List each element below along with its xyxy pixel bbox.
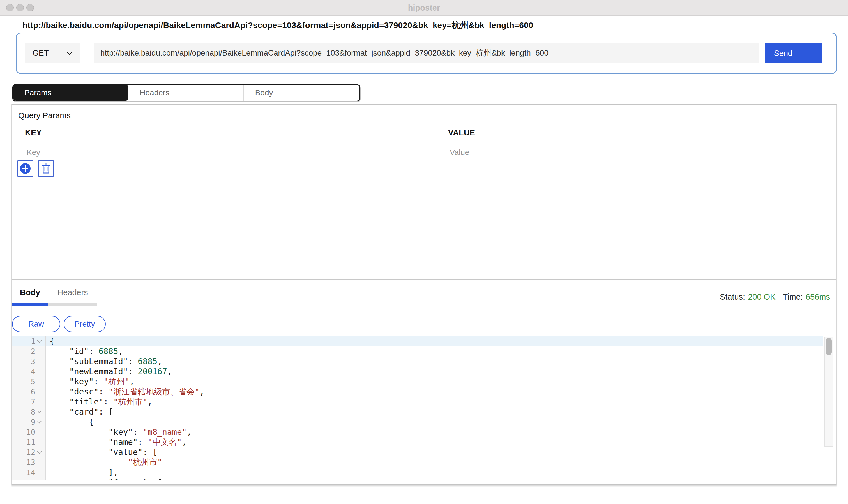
line-gutter: 14 <box>12 467 46 478</box>
fold-toggle[interactable] <box>37 409 42 414</box>
line-number: 1 <box>31 337 35 346</box>
key-column-header: KEY <box>16 123 439 143</box>
line-gutter: 12 <box>12 447 46 457</box>
code-lines: 1{2 "id": 6885,3 "subLemmaId": 6885,4 "n… <box>12 336 823 480</box>
code-text: "title": "杭州市", <box>46 397 823 407</box>
line-number: 13 <box>26 458 35 467</box>
code-line: 13 "杭州市" <box>12 457 823 467</box>
response-pane: BodyHeaders Status:200 OKTime:656ms RawP… <box>12 280 836 484</box>
line-number: 9 <box>31 418 35 426</box>
code-line: 11 "name": "中文名", <box>12 437 823 447</box>
line-number: 10 <box>26 428 35 436</box>
query-params-input-row <box>16 143 832 162</box>
code-text: { <box>46 336 823 346</box>
fold-slot-empty <box>37 359 42 364</box>
code-line: 3 "subLemmaId": 6885, <box>12 356 823 366</box>
request-tab-params[interactable]: Params <box>13 85 128 101</box>
line-gutter: 3 <box>12 356 46 366</box>
code-line: 14 ], <box>12 467 823 478</box>
code-text: "newLemmaId": 200167, <box>46 366 823 376</box>
line-gutter: 8 <box>12 407 46 417</box>
trash-icon <box>41 163 51 174</box>
line-number: 6 <box>31 388 35 396</box>
line-number: 12 <box>26 448 35 457</box>
fold-slot-empty <box>37 480 42 480</box>
line-number: 15 <box>26 478 35 481</box>
line-number: 5 <box>31 377 35 386</box>
fold-toggle[interactable] <box>37 450 42 455</box>
method-select[interactable]: GET <box>25 43 80 63</box>
line-number: 2 <box>31 347 35 356</box>
line-gutter: 9 <box>12 417 46 427</box>
code-text: "name": "中文名", <box>46 437 823 447</box>
code-text: "format": [ <box>46 478 823 480</box>
delete-param-button[interactable] <box>38 160 54 177</box>
code-text: "card": [ <box>46 407 823 417</box>
line-gutter: 11 <box>12 437 46 447</box>
line-number: 4 <box>31 367 35 376</box>
raw-view-button[interactable]: Raw <box>12 316 60 332</box>
param-value-input[interactable] <box>439 143 832 162</box>
line-number: 7 <box>31 397 35 406</box>
fold-toggle[interactable] <box>37 339 42 344</box>
code-text: "杭州市" <box>46 457 823 467</box>
response-tabs: BodyHeaders <box>12 288 97 306</box>
line-gutter: 15 <box>12 478 46 480</box>
window-title: hiposter <box>0 0 848 16</box>
request-tab-body[interactable]: Body <box>244 85 359 101</box>
app-window: hiposter http://baike.baidu.com/api/open… <box>0 0 848 504</box>
value-column-header: VALUE <box>439 123 832 143</box>
request-tab-headers[interactable]: Headers <box>128 85 244 101</box>
line-number: 14 <box>26 468 35 477</box>
chevron-down-icon <box>37 409 41 413</box>
method-value: GET <box>33 49 49 57</box>
status-value: 200 OK <box>748 292 775 301</box>
code-line: 2 "id": 6885, <box>12 346 823 356</box>
code-line: 1{ <box>12 336 823 346</box>
line-gutter: 1 <box>12 336 46 346</box>
line-number: 8 <box>31 408 35 416</box>
url-input[interactable] <box>94 43 759 63</box>
code-line: 9 { <box>12 417 823 427</box>
code-text: ], <box>46 467 823 478</box>
code-line: 15 "format": [ <box>12 478 823 480</box>
code-line: 4 "newLemmaId": 200167, <box>12 366 823 376</box>
code-text: "id": 6885, <box>46 346 823 356</box>
query-params-title: Query Params <box>18 111 71 120</box>
code-line: 6 "desc": "浙江省辖地级市、省会", <box>12 386 823 397</box>
chevron-down-icon <box>37 419 41 423</box>
time-label: Time: <box>783 292 803 301</box>
line-gutter: 2 <box>12 346 46 356</box>
time-value: 656ms <box>806 292 830 301</box>
editor-scrollbar[interactable] <box>825 337 833 447</box>
window-titlebar: hiposter <box>0 0 848 16</box>
fold-slot-empty <box>37 429 42 434</box>
code-text: "value": [ <box>46 447 823 457</box>
param-key-input[interactable] <box>16 143 439 162</box>
chevron-down-icon <box>66 51 73 55</box>
fold-slot-empty <box>37 349 42 354</box>
send-button[interactable]: Send <box>765 43 823 63</box>
code-text: "subLemmaId": 6885, <box>46 356 823 366</box>
query-params-header-row: KEY VALUE <box>16 123 832 143</box>
pretty-view-button[interactable]: Pretty <box>64 316 106 332</box>
response-tab-headers[interactable]: Headers <box>48 288 97 306</box>
scrollbar-thumb[interactable] <box>826 338 832 355</box>
code-line: 7 "title": "杭州市", <box>12 397 823 407</box>
request-bar: GET Send <box>16 33 837 74</box>
response-status: Status:200 OKTime:656ms <box>720 292 830 302</box>
query-params-table: KEY VALUE <box>16 122 832 162</box>
line-gutter: 7 <box>12 397 46 407</box>
line-gutter: 5 <box>12 376 46 386</box>
request-tabs: ParamsHeadersBody <box>12 84 360 102</box>
fold-toggle[interactable] <box>37 419 42 425</box>
chevron-down-icon <box>37 338 41 343</box>
response-tab-body[interactable]: Body <box>12 288 48 306</box>
line-gutter: 13 <box>12 457 46 467</box>
code-line: 10 "key": "m8_name", <box>12 427 823 437</box>
response-body-editor[interactable]: 1{2 "id": 6885,3 "subLemmaId": 6885,4 "n… <box>12 336 836 480</box>
add-param-button[interactable] <box>17 160 33 177</box>
request-url-heading: http://baike.baidu.com/api/openapi/Baike… <box>22 20 533 31</box>
fold-slot-empty <box>37 389 42 394</box>
fold-slot-empty <box>37 470 42 475</box>
